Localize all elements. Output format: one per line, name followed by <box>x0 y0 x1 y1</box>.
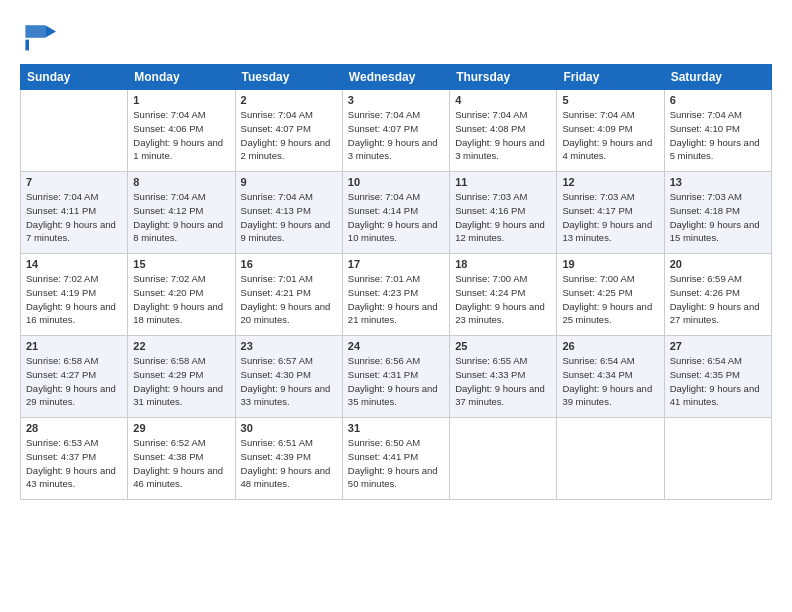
day-cell: 14 Sunrise: 7:02 AMSunset: 4:19 PMDaylig… <box>21 254 128 336</box>
day-cell: 26 Sunrise: 6:54 AMSunset: 4:34 PMDaylig… <box>557 336 664 418</box>
day-cell: 5 Sunrise: 7:04 AMSunset: 4:09 PMDayligh… <box>557 90 664 172</box>
day-info: Sunrise: 7:04 AMSunset: 4:14 PMDaylight:… <box>348 191 438 243</box>
page: SundayMondayTuesdayWednesdayThursdayFrid… <box>0 0 792 612</box>
weekday-header-thursday: Thursday <box>450 65 557 90</box>
day-cell: 10 Sunrise: 7:04 AMSunset: 4:14 PMDaylig… <box>342 172 449 254</box>
day-number: 17 <box>348 258 444 270</box>
day-info: Sunrise: 7:04 AMSunset: 4:12 PMDaylight:… <box>133 191 223 243</box>
day-number: 31 <box>348 422 444 434</box>
day-number: 6 <box>670 94 766 106</box>
day-cell: 27 Sunrise: 6:54 AMSunset: 4:35 PMDaylig… <box>664 336 771 418</box>
weekday-header-saturday: Saturday <box>664 65 771 90</box>
day-info: Sunrise: 7:04 AMSunset: 4:10 PMDaylight:… <box>670 109 760 161</box>
day-number: 15 <box>133 258 229 270</box>
day-cell: 17 Sunrise: 7:01 AMSunset: 4:23 PMDaylig… <box>342 254 449 336</box>
day-number: 28 <box>26 422 122 434</box>
day-number: 4 <box>455 94 551 106</box>
logo-icon <box>20 18 56 54</box>
day-number: 7 <box>26 176 122 188</box>
day-cell: 21 Sunrise: 6:58 AMSunset: 4:27 PMDaylig… <box>21 336 128 418</box>
day-cell: 8 Sunrise: 7:04 AMSunset: 4:12 PMDayligh… <box>128 172 235 254</box>
day-cell: 9 Sunrise: 7:04 AMSunset: 4:13 PMDayligh… <box>235 172 342 254</box>
day-number: 24 <box>348 340 444 352</box>
day-cell: 20 Sunrise: 6:59 AMSunset: 4:26 PMDaylig… <box>664 254 771 336</box>
day-cell: 16 Sunrise: 7:01 AMSunset: 4:21 PMDaylig… <box>235 254 342 336</box>
day-cell: 18 Sunrise: 7:00 AMSunset: 4:24 PMDaylig… <box>450 254 557 336</box>
header <box>20 18 772 54</box>
day-info: Sunrise: 6:53 AMSunset: 4:37 PMDaylight:… <box>26 437 116 489</box>
day-info: Sunrise: 6:56 AMSunset: 4:31 PMDaylight:… <box>348 355 438 407</box>
day-number: 16 <box>241 258 337 270</box>
day-number: 10 <box>348 176 444 188</box>
day-number: 19 <box>562 258 658 270</box>
day-number: 8 <box>133 176 229 188</box>
calendar-table: SundayMondayTuesdayWednesdayThursdayFrid… <box>20 64 772 500</box>
day-info: Sunrise: 7:01 AMSunset: 4:23 PMDaylight:… <box>348 273 438 325</box>
day-info: Sunrise: 7:04 AMSunset: 4:07 PMDaylight:… <box>241 109 331 161</box>
day-cell: 12 Sunrise: 7:03 AMSunset: 4:17 PMDaylig… <box>557 172 664 254</box>
day-number: 20 <box>670 258 766 270</box>
day-info: Sunrise: 7:00 AMSunset: 4:25 PMDaylight:… <box>562 273 652 325</box>
day-cell: 30 Sunrise: 6:51 AMSunset: 4:39 PMDaylig… <box>235 418 342 500</box>
day-cell <box>664 418 771 500</box>
day-cell: 15 Sunrise: 7:02 AMSunset: 4:20 PMDaylig… <box>128 254 235 336</box>
day-cell: 22 Sunrise: 6:58 AMSunset: 4:29 PMDaylig… <box>128 336 235 418</box>
day-cell: 29 Sunrise: 6:52 AMSunset: 4:38 PMDaylig… <box>128 418 235 500</box>
day-number: 23 <box>241 340 337 352</box>
week-row-1: 1 Sunrise: 7:04 AMSunset: 4:06 PMDayligh… <box>21 90 772 172</box>
day-cell: 3 Sunrise: 7:04 AMSunset: 4:07 PMDayligh… <box>342 90 449 172</box>
day-number: 14 <box>26 258 122 270</box>
day-info: Sunrise: 7:04 AMSunset: 4:07 PMDaylight:… <box>348 109 438 161</box>
day-number: 27 <box>670 340 766 352</box>
day-cell: 11 Sunrise: 7:03 AMSunset: 4:16 PMDaylig… <box>450 172 557 254</box>
day-info: Sunrise: 6:55 AMSunset: 4:33 PMDaylight:… <box>455 355 545 407</box>
day-cell: 25 Sunrise: 6:55 AMSunset: 4:33 PMDaylig… <box>450 336 557 418</box>
day-number: 11 <box>455 176 551 188</box>
day-info: Sunrise: 7:04 AMSunset: 4:08 PMDaylight:… <box>455 109 545 161</box>
weekday-header-monday: Monday <box>128 65 235 90</box>
day-info: Sunrise: 6:54 AMSunset: 4:35 PMDaylight:… <box>670 355 760 407</box>
day-info: Sunrise: 6:58 AMSunset: 4:27 PMDaylight:… <box>26 355 116 407</box>
day-info: Sunrise: 6:52 AMSunset: 4:38 PMDaylight:… <box>133 437 223 489</box>
day-cell: 7 Sunrise: 7:04 AMSunset: 4:11 PMDayligh… <box>21 172 128 254</box>
day-number: 12 <box>562 176 658 188</box>
svg-marker-1 <box>45 25 56 38</box>
day-number: 13 <box>670 176 766 188</box>
day-cell <box>557 418 664 500</box>
day-cell: 24 Sunrise: 6:56 AMSunset: 4:31 PMDaylig… <box>342 336 449 418</box>
day-info: Sunrise: 7:04 AMSunset: 4:09 PMDaylight:… <box>562 109 652 161</box>
day-info: Sunrise: 7:01 AMSunset: 4:21 PMDaylight:… <box>241 273 331 325</box>
logo <box>20 18 60 54</box>
day-info: Sunrise: 7:04 AMSunset: 4:13 PMDaylight:… <box>241 191 331 243</box>
day-cell: 31 Sunrise: 6:50 AMSunset: 4:41 PMDaylig… <box>342 418 449 500</box>
day-info: Sunrise: 7:03 AMSunset: 4:18 PMDaylight:… <box>670 191 760 243</box>
day-info: Sunrise: 7:02 AMSunset: 4:20 PMDaylight:… <box>133 273 223 325</box>
day-number: 21 <box>26 340 122 352</box>
weekday-header-sunday: Sunday <box>21 65 128 90</box>
day-cell: 28 Sunrise: 6:53 AMSunset: 4:37 PMDaylig… <box>21 418 128 500</box>
week-row-3: 14 Sunrise: 7:02 AMSunset: 4:19 PMDaylig… <box>21 254 772 336</box>
day-info: Sunrise: 6:51 AMSunset: 4:39 PMDaylight:… <box>241 437 331 489</box>
weekday-header-tuesday: Tuesday <box>235 65 342 90</box>
day-info: Sunrise: 6:58 AMSunset: 4:29 PMDaylight:… <box>133 355 223 407</box>
day-number: 26 <box>562 340 658 352</box>
day-cell: 6 Sunrise: 7:04 AMSunset: 4:10 PMDayligh… <box>664 90 771 172</box>
day-cell: 2 Sunrise: 7:04 AMSunset: 4:07 PMDayligh… <box>235 90 342 172</box>
day-info: Sunrise: 7:03 AMSunset: 4:16 PMDaylight:… <box>455 191 545 243</box>
day-cell: 23 Sunrise: 6:57 AMSunset: 4:30 PMDaylig… <box>235 336 342 418</box>
week-row-2: 7 Sunrise: 7:04 AMSunset: 4:11 PMDayligh… <box>21 172 772 254</box>
svg-marker-0 <box>25 25 45 38</box>
day-cell: 4 Sunrise: 7:04 AMSunset: 4:08 PMDayligh… <box>450 90 557 172</box>
day-info: Sunrise: 6:50 AMSunset: 4:41 PMDaylight:… <box>348 437 438 489</box>
day-cell <box>21 90 128 172</box>
day-number: 29 <box>133 422 229 434</box>
svg-rect-2 <box>25 40 29 51</box>
day-number: 5 <box>562 94 658 106</box>
day-number: 3 <box>348 94 444 106</box>
day-info: Sunrise: 6:57 AMSunset: 4:30 PMDaylight:… <box>241 355 331 407</box>
day-number: 18 <box>455 258 551 270</box>
day-info: Sunrise: 7:04 AMSunset: 4:06 PMDaylight:… <box>133 109 223 161</box>
day-cell: 19 Sunrise: 7:00 AMSunset: 4:25 PMDaylig… <box>557 254 664 336</box>
day-number: 1 <box>133 94 229 106</box>
weekday-header-wednesday: Wednesday <box>342 65 449 90</box>
